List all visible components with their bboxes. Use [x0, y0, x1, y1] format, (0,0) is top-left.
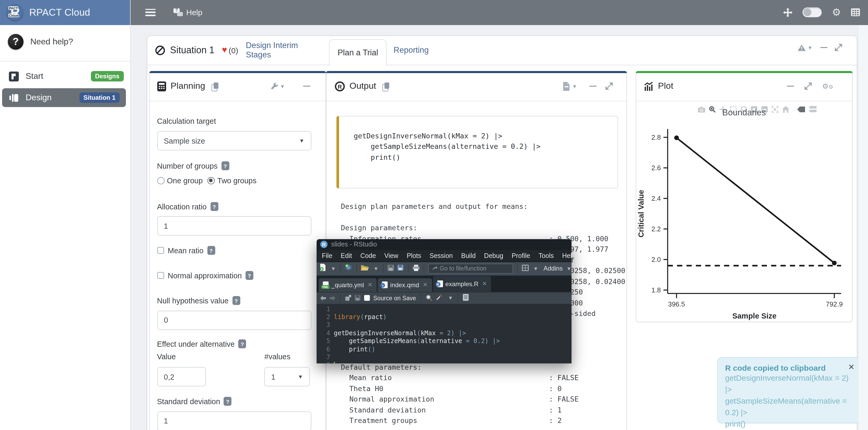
- close-toast-icon[interactable]: ✕: [848, 362, 855, 372]
- menu-file[interactable]: File: [322, 252, 332, 259]
- radio-two-groups[interactable]: [208, 177, 215, 184]
- code-line[interactable]: print(): [334, 345, 500, 354]
- collapse-plot-icon[interactable]: [786, 86, 794, 87]
- menu-plots[interactable]: Plots: [407, 252, 421, 259]
- editor-code[interactable]: library(rpact) getDesignInverseNormal(kM…: [334, 304, 500, 363]
- save-icon[interactable]: [388, 264, 394, 273]
- new-project-icon[interactable]: R: [345, 264, 352, 273]
- save-icon[interactable]: [355, 293, 361, 303]
- export-dropdown[interactable]: ▼: [563, 82, 577, 91]
- print-icon[interactable]: [412, 264, 419, 273]
- menu-profile[interactable]: Profile: [512, 252, 530, 259]
- plot-settings-gears-icon[interactable]: ⚙⚙: [822, 82, 833, 90]
- forward-icon[interactable]: [330, 293, 335, 303]
- code-line[interactable]: getDesignInverseNormal(kMax = 2) |>: [334, 329, 500, 337]
- chevron-down-icon[interactable]: ▼: [374, 266, 379, 271]
- help-badge-icon[interactable]: ?: [210, 202, 218, 211]
- code-line[interactable]: [334, 305, 500, 313]
- rstudio-editor[interactable]: 12345678 library(rpact) getDesignInverse…: [317, 304, 571, 363]
- effect-value-input[interactable]: 0,2: [157, 367, 206, 387]
- wrench-icon: [270, 82, 278, 90]
- rpact-logo-icon[interactable]: R PACT Cloud: [7, 4, 23, 21]
- popout-icon[interactable]: [345, 293, 351, 303]
- mean-ratio-checkbox[interactable]: [157, 247, 164, 254]
- chevron-down-icon[interactable]: ▼: [533, 266, 538, 271]
- menu-help[interactable]: Help: [562, 252, 571, 259]
- help-badge-icon[interactable]: ?: [246, 271, 253, 280]
- theme-toggle[interactable]: [803, 7, 822, 18]
- sidebar-item-need-help[interactable]: ? Need help?: [0, 31, 130, 52]
- warnings-dropdown[interactable]: ▼: [797, 43, 813, 52]
- tab-plan-a-trial[interactable]: Plan a Trial: [329, 39, 386, 66]
- expand-card-icon[interactable]: [835, 44, 842, 51]
- rstudio-titlebar[interactable]: R slides - RStudio: [317, 239, 571, 250]
- help-badge-icon[interactable]: ?: [207, 246, 215, 255]
- normal-approximation-checkbox[interactable]: [157, 272, 164, 279]
- tab-reporting[interactable]: Reporting: [394, 36, 428, 65]
- chevron-down-icon[interactable]: ▼: [448, 295, 453, 301]
- copy-icon[interactable]: [382, 82, 389, 90]
- r-code-block[interactable]: getDesignInverseNormal(kMax = 2) |> getS…: [336, 115, 618, 188]
- collapse-planning-icon[interactable]: [303, 86, 310, 87]
- standard-deviation-input[interactable]: 1: [157, 411, 311, 430]
- panes-grid-icon[interactable]: [522, 264, 528, 273]
- copy-icon[interactable]: [211, 82, 218, 90]
- close-tab-icon[interactable]: ✕: [368, 282, 372, 288]
- menu-edit[interactable]: Edit: [341, 252, 352, 259]
- planning-tools-dropdown[interactable]: ▼: [270, 82, 285, 90]
- allocation-ratio-input[interactable]: 1: [157, 216, 311, 235]
- boundaries-chart[interactable]: 1.82.02.22.42.62.8396.5792.9Sample SizeC…: [636, 108, 852, 322]
- help-badge-icon[interactable]: ?: [224, 397, 232, 406]
- chevron-down-icon: ▼: [572, 83, 577, 89]
- save-all-icon[interactable]: [397, 264, 404, 273]
- expand-plot-icon[interactable]: [804, 82, 812, 90]
- page-scrollbar[interactable]: [858, 25, 868, 430]
- menu-tools[interactable]: Tools: [538, 252, 554, 259]
- menu-build[interactable]: Build: [461, 252, 476, 259]
- sidebar-item-design[interactable]: Design Situation 1: [2, 88, 126, 107]
- menu-session[interactable]: Session: [430, 252, 453, 259]
- goto-file-function-input[interactable]: Go to file/function: [428, 263, 513, 273]
- menu-debug[interactable]: Debug: [484, 252, 503, 259]
- code-line[interactable]: [334, 362, 500, 363]
- code-line[interactable]: library(rpact): [334, 313, 500, 321]
- rstudio-window[interactable]: R slides - RStudio FileEditCodeViewPlots…: [317, 239, 571, 363]
- help-badge-icon[interactable]: ?: [239, 339, 246, 348]
- help-badge-icon[interactable]: ?: [221, 161, 229, 170]
- compile-report-icon[interactable]: [463, 293, 469, 303]
- code-line[interactable]: [334, 321, 500, 329]
- back-icon[interactable]: [320, 293, 326, 303]
- code-tools-wand-icon[interactable]: [436, 293, 443, 303]
- collapse-card-icon[interactable]: [820, 47, 827, 48]
- sidebar-item-start[interactable]: Start Designs: [0, 67, 130, 86]
- settings-gear-icon[interactable]: ⚙: [832, 6, 841, 19]
- chevron-down-icon[interactable]: ▼: [331, 266, 336, 271]
- editor-tab-examples-r[interactable]: R examples.R✕: [433, 276, 491, 292]
- help-badge-icon[interactable]: ?: [232, 296, 240, 305]
- find-replace-icon[interactable]: [426, 293, 432, 303]
- menu-code[interactable]: Code: [360, 252, 376, 259]
- expand-output-icon[interactable]: [606, 82, 613, 90]
- apps-grid-icon[interactable]: [851, 9, 860, 16]
- code-line[interactable]: getSampleSizeMeans(alternative = 0.2) |>: [334, 337, 500, 345]
- source-on-save-checkbox[interactable]: [364, 295, 370, 301]
- heart-icon[interactable]: ♥: [222, 45, 227, 55]
- editor-tab-index-qmd[interactable]: ◑ index.qmd✕: [378, 278, 432, 292]
- close-tab-icon[interactable]: ✕: [482, 280, 487, 287]
- radio-one-group[interactable]: [157, 177, 164, 184]
- sidebar-toggle-icon[interactable]: [145, 9, 155, 16]
- fullscreen-icon[interactable]: [783, 8, 793, 17]
- tab-design-interim-stages[interactable]: Design Interim Stages: [246, 36, 322, 65]
- null-hypothesis-input[interactable]: 0: [157, 310, 311, 330]
- help-menu[interactable]: Help: [173, 8, 203, 17]
- num-values-select[interactable]: 1 ▼: [265, 367, 310, 387]
- calculation-target-select[interactable]: Sample size ▼: [157, 131, 311, 151]
- collapse-output-icon[interactable]: [589, 86, 597, 87]
- new-file-icon[interactable]: [320, 264, 326, 273]
- menu-view[interactable]: View: [384, 252, 398, 259]
- addins-menu[interactable]: Addins ▼: [544, 265, 571, 272]
- close-tab-icon[interactable]: ✕: [423, 282, 428, 288]
- code-line[interactable]: [334, 354, 500, 362]
- editor-tab-quarto-yml[interactable]: YML _quarto.yml✕: [319, 278, 377, 292]
- open-file-icon[interactable]: [361, 264, 369, 273]
